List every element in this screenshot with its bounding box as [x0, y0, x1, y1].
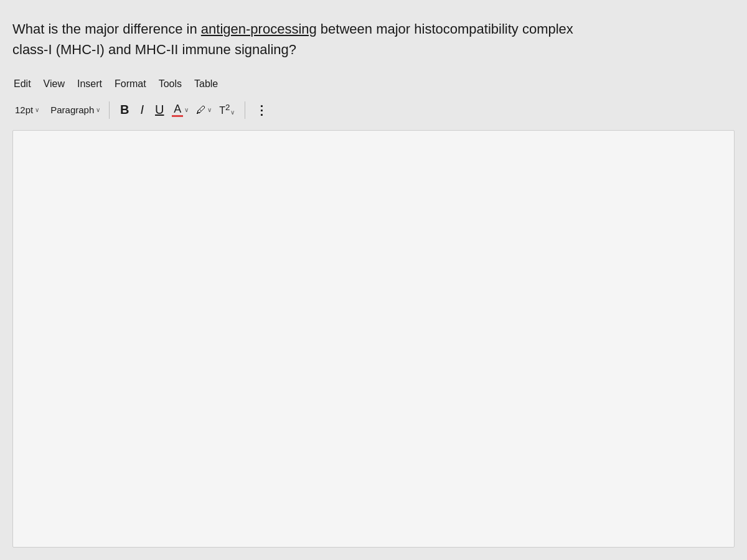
underline-button[interactable]: U [151, 101, 168, 119]
superscript-chevron: ∨ [230, 109, 235, 116]
superscript-button[interactable]: T2 ∨ [215, 101, 238, 118]
highlight-chevron: ∨ [207, 106, 212, 113]
question-line1-before: What is the major difference in [12, 21, 201, 37]
font-color-chevron: ∨ [184, 106, 189, 113]
font-color-icon: A [172, 103, 183, 117]
toolbar-divider-1 [109, 101, 110, 119]
menu-format[interactable]: Format [115, 78, 146, 90]
font-size-chevron: ∨ [35, 106, 39, 113]
italic-button[interactable]: I [133, 101, 151, 119]
question-line1: What is the major difference in antigen-… [12, 21, 573, 37]
highlight-letter: 🖊 [196, 105, 206, 115]
question-line1-underline: antigen-processing [201, 21, 317, 37]
font-size-label: 12pt [15, 105, 33, 115]
toolbar-divider-2 [245, 101, 245, 119]
menu-bar: Edit View Insert Format Tools Table [12, 78, 735, 90]
question-line1-after: between major histocompatibility complex [317, 21, 573, 37]
font-color-button[interactable]: A ∨ [168, 101, 192, 119]
paragraph-chevron: ∨ [96, 106, 100, 113]
editor-area[interactable] [12, 130, 735, 548]
toolbar: 12pt ∨ Paragraph ∨ B I U A ∨ 🖊 ∨ T2 ∨ [12, 97, 735, 123]
question-text: What is the major difference in antigen-… [12, 19, 728, 60]
menu-edit[interactable]: Edit [14, 78, 31, 90]
superscript-label: T2 [219, 103, 230, 116]
menu-table[interactable]: Table [194, 78, 218, 90]
font-color-bar [172, 115, 183, 117]
paragraph-select[interactable]: Paragraph ∨ [48, 103, 103, 116]
font-color-letter: A [174, 103, 181, 114]
more-options-button[interactable]: ⋮ [251, 101, 272, 119]
bold-button[interactable]: B [116, 101, 133, 119]
menu-insert[interactable]: Insert [77, 78, 102, 90]
menu-view[interactable]: View [44, 78, 65, 90]
font-size-select[interactable]: 12pt ∨ [12, 103, 42, 116]
page-container: What is the major difference in antigen-… [0, 0, 747, 560]
highlight-button[interactable]: 🖊 ∨ [192, 101, 215, 119]
paragraph-label: Paragraph [50, 105, 94, 115]
menu-tools[interactable]: Tools [159, 78, 182, 90]
highlight-icon: 🖊 [196, 105, 206, 115]
question-line2: class-I (MHC-I) and MHC-II immune signal… [12, 42, 296, 57]
